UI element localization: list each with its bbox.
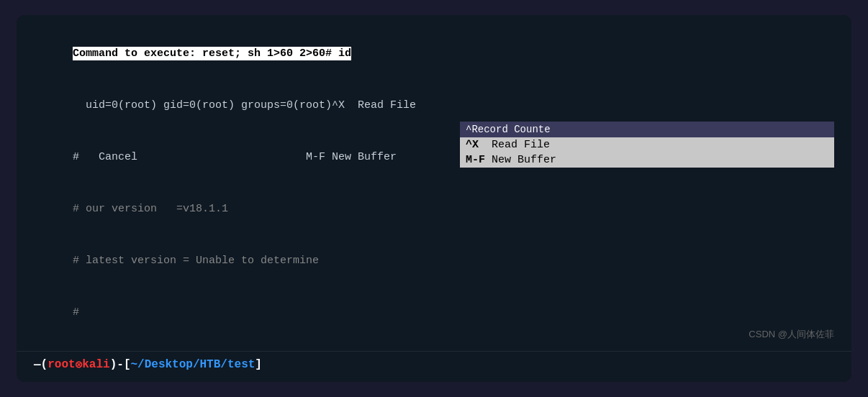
prompt-skull-icon: ⊗ [76, 357, 83, 372]
hash-line-2: # [34, 339, 834, 351]
prompt-root-label: root [48, 358, 75, 371]
nano-menu-item-newbuffer[interactable]: M-F New Buffer [460, 152, 834, 168]
prompt-bracket-close: ] [255, 358, 262, 371]
our-version-line: # our version =v18.1.1 [34, 183, 834, 235]
prompt-dash: — [34, 358, 41, 371]
prompt-hostname: kali [82, 358, 109, 371]
nano-menu-item-readfile[interactable]: ^X Read File [460, 137, 834, 152]
prompt-dash2: - [117, 358, 124, 371]
nano-menu-popup: ^Record Counte ^X Read File M-F New Buff… [460, 122, 834, 168]
prompt-paren-close: ) [110, 358, 117, 371]
shell-prompt: — ( root ⊗ kali ) - [ ~/Desktop/HTB/test… [34, 357, 834, 372]
command-line: Command to execute: reset; sh 1>60 2>60#… [34, 28, 834, 80]
latest-version-line: # latest version = Unable to determine [34, 235, 834, 287]
nano-desc-readfile: Read File [492, 139, 828, 151]
prompt-bracket-open: [ [124, 358, 131, 371]
nano-menu-header: ^Record Counte [460, 122, 834, 137]
prompt-paren-open: ( [41, 358, 48, 371]
nano-key-ctrl-x: ^X [466, 139, 492, 151]
nano-desc-newbuffer: New Buffer [492, 154, 828, 166]
terminal-window: Command to execute: reset; sh 1>60 2>60#… [17, 15, 851, 382]
highlighted-command: Command to execute: reset; sh 1>60 2>60#… [73, 47, 351, 60]
bottom-bar: — ( root ⊗ kali ) - [ ~/Desktop/HTB/test… [17, 351, 851, 382]
nano-key-mf: M-F [466, 154, 492, 166]
watermark: CSDN @人间体佐菲 [749, 328, 834, 341]
terminal-body: Command to execute: reset; sh 1>60 2>60#… [17, 15, 851, 351]
prompt-path: ~/Desktop/HTB/test [131, 358, 256, 371]
hash-line-1: # [34, 287, 834, 339]
